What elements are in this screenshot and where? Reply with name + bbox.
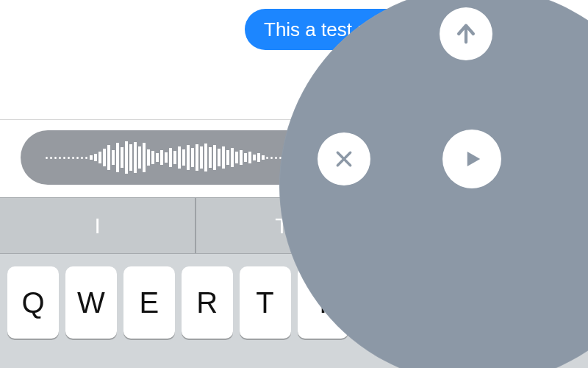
suggestion-1[interactable]: I xyxy=(0,198,195,253)
play-button[interactable] xyxy=(442,130,501,188)
suggestion-1-label: I xyxy=(94,213,100,238)
key-t[interactable]: T xyxy=(240,266,291,339)
key-q[interactable]: Q xyxy=(7,266,59,339)
cancel-button[interactable] xyxy=(318,132,370,185)
arrow-up-icon xyxy=(453,21,478,46)
key-r[interactable]: R xyxy=(182,266,233,339)
key-e[interactable]: E xyxy=(123,266,175,339)
key-w[interactable]: W xyxy=(65,266,117,339)
close-icon xyxy=(334,149,354,169)
send-button[interactable] xyxy=(440,7,492,60)
play-icon xyxy=(461,148,483,170)
